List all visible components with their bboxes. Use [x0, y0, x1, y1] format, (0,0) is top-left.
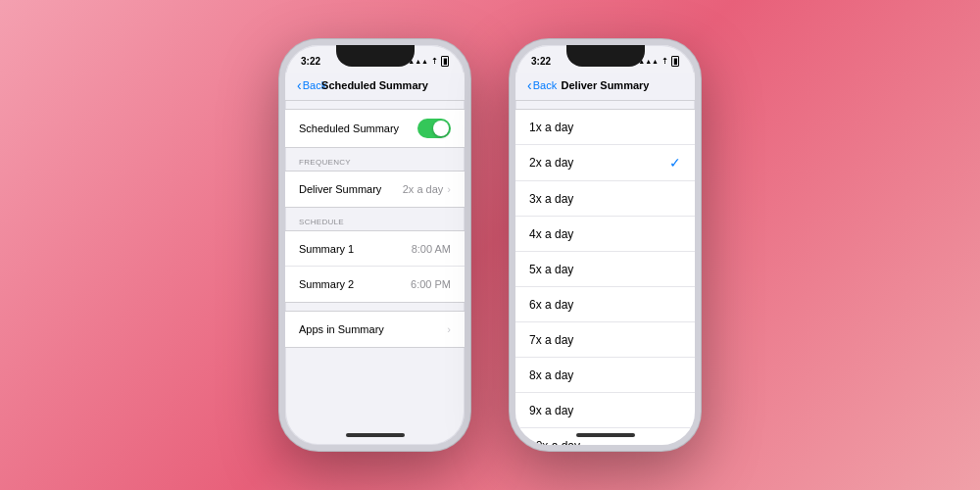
schedule-group: Summary 1 8:00 AM Summary 2 6:00 PM — [285, 230, 465, 303]
frequency-group: Deliver Summary 2x a day › — [285, 171, 465, 208]
status-icons-2: ▲▲▲ ⇡ ▮ — [638, 56, 679, 67]
list-item[interactable]: 3x a day — [515, 181, 695, 217]
signal-icon-2: ▲▲▲ — [638, 58, 659, 65]
signal-icon-1: ▲▲▲ — [408, 58, 428, 65]
list-item-label: 10x a day — [529, 439, 580, 446]
deliver-chevron: › — [447, 183, 451, 195]
list-item-label: 5x a day — [529, 263, 573, 276]
time-2: 3:22 — [531, 56, 551, 67]
deliver-summary-label: Deliver Summary — [299, 183, 381, 195]
list-item-label: 3x a day — [529, 192, 573, 206]
wifi-icon-1: ⇡ — [431, 57, 438, 66]
battery-icon-1: ▮ — [441, 56, 449, 67]
frequency-section: FREQUENCY Deliver Summary 2x a day › — [285, 148, 465, 208]
back-chevron-1: ‹ — [297, 78, 302, 92]
scheduled-summary-toggle[interactable] — [417, 119, 451, 138]
deliver-right: 2x a day › — [403, 183, 451, 195]
options-list: 1x a day2x a day✓3x a day4x a day5x a da… — [515, 109, 695, 445]
status-icons-1: ▲▲▲ ⇡ ▮ — [408, 56, 449, 67]
summary1-label: Summary 1 — [299, 243, 354, 255]
list-item-label: 4x a day — [529, 227, 573, 241]
back-button-2[interactable]: ‹ Back — [527, 78, 557, 92]
schedule-header: SCHEDULE — [285, 208, 465, 230]
wifi-icon-2: ⇡ — [662, 57, 668, 66]
status-bar-1: 3:22 ▲▲▲ ⇡ ▮ — [285, 45, 465, 73]
schedule-section: SCHEDULE Summary 1 8:00 AM Summary 2 6:0… — [285, 208, 465, 303]
summary2-right: 6:00 PM — [411, 278, 451, 290]
apps-row[interactable]: Apps in Summary › — [285, 312, 465, 347]
list-item-label: 7x a day — [529, 333, 573, 347]
list-item-label: 8x a day — [529, 368, 573, 382]
frequency-header: FREQUENCY — [285, 148, 465, 171]
home-indicator-2 — [576, 433, 635, 437]
back-label-2: Back — [533, 79, 557, 91]
list-item[interactable]: 7x a day — [515, 322, 695, 358]
summary2-label: Summary 2 — [299, 278, 354, 290]
list-item-label: 9x a day — [529, 404, 573, 417]
list-item[interactable]: 6x a day — [515, 287, 695, 322]
phone1: 3:22 ▲▲▲ ⇡ ▮ ‹ Back Scheduled Summary Sc… — [279, 39, 470, 451]
battery-icon-2: ▮ — [671, 56, 679, 67]
apps-group: Apps in Summary › — [285, 311, 465, 348]
status-bar-2: 3:22 ▲▲▲ ⇡ ▮ — [515, 45, 695, 73]
list-item[interactable]: 1x a day — [515, 110, 695, 145]
time-1: 3:22 — [301, 56, 320, 67]
screen-content-1: Scheduled Summary FREQUENCY Deliver Summ… — [285, 101, 465, 445]
summary2-row[interactable]: Summary 2 6:00 PM — [285, 267, 465, 302]
apps-section: Apps in Summary › — [285, 311, 465, 348]
list-item-label: 1x a day — [529, 121, 573, 134]
summary1-right: 8:00 AM — [412, 243, 451, 255]
list-item-label: 6x a day — [529, 298, 573, 312]
list-item[interactable]: 2x a day✓ — [515, 145, 695, 181]
list-item[interactable]: 4x a day — [515, 217, 695, 252]
back-chevron-2: ‹ — [527, 78, 532, 92]
deliver-value: 2x a day — [403, 183, 444, 195]
scheduled-summary-row[interactable]: Scheduled Summary — [285, 110, 465, 147]
checkmark-icon: ✓ — [669, 155, 681, 171]
toggle-section: Scheduled Summary — [285, 109, 465, 148]
deliver-summary-row[interactable]: Deliver Summary 2x a day › — [285, 172, 465, 207]
home-indicator-1 — [346, 433, 405, 437]
summary1-time: 8:00 AM — [412, 243, 451, 255]
apps-right: › — [447, 323, 451, 335]
nav-title-2: Deliver Summary — [562, 79, 650, 91]
summary1-row[interactable]: Summary 1 8:00 AM — [285, 231, 465, 267]
nav-bar-1: ‹ Back Scheduled Summary — [285, 73, 465, 101]
nav-title-1: Scheduled Summary — [321, 79, 428, 91]
apps-chevron: › — [447, 323, 451, 335]
scheduled-summary-label: Scheduled Summary — [299, 122, 399, 134]
apps-label: Apps in Summary — [299, 323, 384, 335]
nav-bar-2: ‹ Back Deliver Summary — [515, 73, 695, 101]
list-item[interactable]: 8x a day — [515, 358, 695, 393]
phone2: 3:22 ▲▲▲ ⇡ ▮ ‹ Back Deliver Summary 1x a… — [510, 39, 701, 451]
list-item[interactable]: 5x a day — [515, 252, 695, 287]
list-item-label: 2x a day — [529, 156, 573, 170]
summary2-time: 6:00 PM — [411, 278, 451, 290]
toggle-group: Scheduled Summary — [285, 109, 465, 148]
screen-content-2: 1x a day2x a day✓3x a day4x a day5x a da… — [515, 101, 695, 445]
list-item[interactable]: 9x a day — [515, 393, 695, 428]
